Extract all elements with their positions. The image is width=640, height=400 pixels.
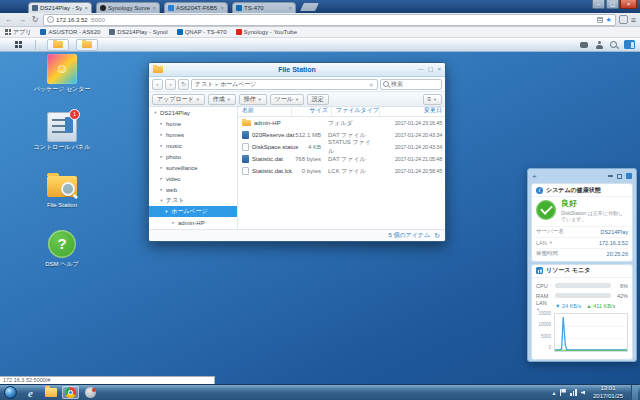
reload-icon[interactable]: ↻ xyxy=(30,15,40,25)
action-center-flag-icon[interactable] xyxy=(560,389,566,396)
browser-tab-2[interactable]: Synology Surveillance × xyxy=(96,2,160,13)
translate-icon[interactable] xyxy=(597,17,603,23)
minimize-button[interactable]: – xyxy=(592,0,605,9)
tree-item-selected[interactable]: ▾ ホームページ xyxy=(149,206,237,217)
action-button[interactable]: 操作 ▼ xyxy=(239,94,267,105)
speaker-icon[interactable] xyxy=(581,391,585,395)
tab-close-icon[interactable]: × xyxy=(220,5,224,11)
browser-tab-3[interactable]: AS6204T-F6B5 × xyxy=(164,2,228,13)
favorite-star-icon[interactable]: ★ xyxy=(369,81,374,88)
tree-item[interactable]: ▸ web xyxy=(149,184,237,195)
minimize-icon[interactable]: — xyxy=(418,64,424,75)
back-icon[interactable]: ← xyxy=(4,15,14,25)
expand-icon[interactable]: ▸ xyxy=(159,154,164,159)
new-tab-button[interactable] xyxy=(300,3,319,11)
chevron-down-icon[interactable]: ▼ xyxy=(549,240,553,245)
desktop-icon-dsm-help[interactable]: ? DSM ヘルプ xyxy=(28,229,96,268)
tree-item[interactable]: ▾ テスト xyxy=(149,195,237,206)
widget-header[interactable]: i システムの健康状態 xyxy=(532,184,632,197)
bookmark-youtube[interactable]: Synology - YouTube xyxy=(236,29,297,35)
expand-icon[interactable]: ▸ xyxy=(159,143,164,148)
refresh-icon[interactable]: ↻ xyxy=(178,79,189,90)
bookmark-asustor[interactable]: ASUSTOR - AS620 xyxy=(40,29,100,35)
back-icon[interactable]: ‹ xyxy=(152,79,163,90)
close-button[interactable]: × xyxy=(620,0,637,9)
expand-icon[interactable]: ▸ xyxy=(159,121,164,126)
taskbar-chrome-icon[interactable] xyxy=(62,386,79,399)
main-menu-button[interactable] xyxy=(5,39,31,51)
open-window-button-1[interactable] xyxy=(47,39,69,51)
tree-item[interactable]: ▸ video xyxy=(149,173,237,184)
expand-icon[interactable]: ▸ xyxy=(159,176,164,181)
taskbar-ie-icon[interactable]: e xyxy=(22,386,39,399)
pin-panel-icon[interactable] xyxy=(626,173,632,179)
tab-close-icon[interactable]: × xyxy=(152,5,156,11)
search-box[interactable] xyxy=(380,79,442,90)
table-row[interactable]: DiskSpace.status 4 KB STATUS ファイル 2017-0… xyxy=(238,141,445,153)
taskbar-app-icon[interactable] xyxy=(82,386,99,399)
tree-item[interactable]: ▸ music xyxy=(149,140,237,151)
tree-item[interactable]: ▸ photo xyxy=(149,151,237,162)
collapse-icon[interactable]: ▾ xyxy=(153,110,158,115)
upload-button[interactable]: アップロード ▼ xyxy=(152,94,205,105)
search-icon[interactable] xyxy=(610,41,617,48)
user-menu-icon[interactable] xyxy=(595,41,603,49)
show-desktop-button[interactable] xyxy=(631,385,638,400)
tray-overflow-icon[interactable]: ▲ xyxy=(552,390,557,396)
bookmark-apps[interactable]: アプリ xyxy=(5,28,31,37)
widget-header[interactable]: リソース モニタ xyxy=(532,265,632,278)
breadcrumb-root[interactable]: テスト xyxy=(195,80,213,89)
breadcrumb[interactable]: テスト ▸ ホームページ ★ xyxy=(191,79,378,90)
view-mode-button[interactable]: ≡ ▼ xyxy=(423,94,442,105)
tree-item[interactable]: ▸ admin-HP xyxy=(149,217,237,228)
tab-close-icon[interactable]: × xyxy=(84,5,88,11)
taskbar-clock[interactable]: 13:01 2017/01/25 xyxy=(589,385,627,400)
expand-icon[interactable]: ▸ xyxy=(171,220,176,225)
page-info-icon[interactable]: i xyxy=(47,16,54,23)
network-icon[interactable] xyxy=(570,389,577,396)
file-station-titlebar[interactable]: File Station — ▢ × xyxy=(149,63,445,77)
taskbar-explorer-icon[interactable] xyxy=(42,386,59,399)
settings-button[interactable]: 設定 xyxy=(307,94,329,105)
refresh-icon[interactable]: ↻ xyxy=(434,232,440,240)
column-header-type[interactable]: ファイルタイプ xyxy=(331,105,379,116)
collapse-icon[interactable]: ▾ xyxy=(159,198,164,203)
extension-icon[interactable] xyxy=(619,15,628,24)
browser-menu-icon[interactable]: ≡ xyxy=(631,15,636,25)
column-header-name[interactable]: 名前 xyxy=(238,105,291,116)
maximize-button[interactable]: ▢ xyxy=(606,0,619,9)
open-window-button-2[interactable] xyxy=(76,39,98,51)
tree-item[interactable]: ▸ surveillance xyxy=(149,162,237,173)
table-row[interactable]: Statistic.dat.lck 0 bytes LCK ファイル 2017-… xyxy=(238,165,445,177)
add-widget-icon[interactable]: + xyxy=(532,172,537,181)
search-input[interactable] xyxy=(391,81,439,87)
expand-icon[interactable]: ▸ xyxy=(159,187,164,192)
table-row[interactable]: Statistic.dat 768 bytes DAT ファイル 2017-01… xyxy=(238,153,445,165)
desktop-icon-file-station[interactable]: File Station xyxy=(28,170,96,209)
expand-icon[interactable]: ▸ xyxy=(159,165,164,170)
collapse-panel-icon[interactable] xyxy=(608,175,613,177)
column-header-size[interactable]: サイズ xyxy=(291,105,331,116)
widget-pane-toggle-icon[interactable] xyxy=(624,40,635,49)
forward-icon[interactable]: → xyxy=(17,15,27,25)
desktop-icon-package-center[interactable]: ☺ パッケージ センター xyxy=(28,54,96,93)
desktop-icon-control-panel[interactable]: 1 コントロール パネル xyxy=(28,112,96,151)
close-icon[interactable]: × xyxy=(437,64,441,75)
tree-item-root[interactable]: ▾ DS214Play xyxy=(149,107,237,118)
column-header-date[interactable]: 変更日 xyxy=(379,105,445,116)
expand-icon[interactable]: ▸ xyxy=(159,132,164,137)
expand-panel-icon[interactable] xyxy=(617,174,622,179)
start-button[interactable] xyxy=(4,386,17,399)
create-button[interactable]: 作成 ▼ xyxy=(208,94,236,105)
notifications-icon[interactable] xyxy=(580,42,588,48)
breadcrumb-current[interactable]: ホームページ xyxy=(220,80,257,89)
table-row[interactable]: admin-HP フォルダ 2017-01-24 23:16:45 xyxy=(238,117,445,129)
bookmark-star-icon[interactable]: ★ xyxy=(605,16,611,23)
address-bar[interactable]: i 172.16.3.52:5000 ★ xyxy=(43,14,616,26)
tab-close-icon[interactable]: × xyxy=(288,5,292,11)
browser-tab-1[interactable]: DS214Play - Synology × xyxy=(28,2,92,13)
maximize-icon[interactable]: ▢ xyxy=(428,64,434,75)
tools-button[interactable]: ツール ▼ xyxy=(270,94,304,105)
tree-item[interactable]: ▸ homes xyxy=(149,129,237,140)
bookmark-qnap[interactable]: QNAP - TS-470 xyxy=(177,29,227,35)
